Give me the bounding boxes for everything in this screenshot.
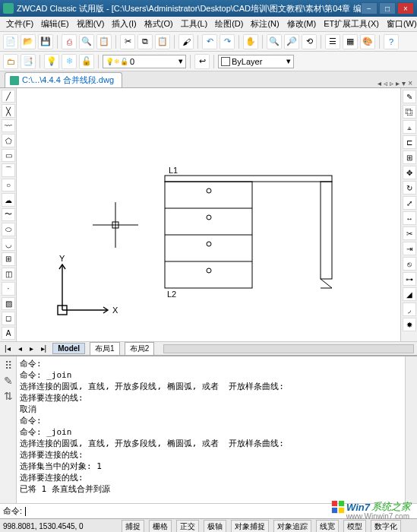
chamfer-button[interactable]: ◢: [403, 287, 416, 301]
hatch-button[interactable]: ▨: [2, 297, 15, 310]
layer-lock-icon[interactable]: 🔓: [79, 54, 94, 69]
layout-nav-last[interactable]: ▸|: [39, 344, 49, 353]
break-button[interactable]: ⎋: [403, 257, 416, 271]
tab-menu-button[interactable]: ▾: [402, 79, 406, 87]
menu-file[interactable]: 文件(F): [3, 17, 36, 31]
polygon-button[interactable]: ⬠: [2, 134, 15, 147]
circle-button[interactable]: ○: [2, 179, 15, 192]
tab-nav-last[interactable]: ▸: [396, 79, 400, 87]
dcenter-button[interactable]: ▦: [343, 34, 358, 49]
layout-nav-next[interactable]: ▸: [28, 344, 35, 353]
preview-button[interactable]: 🔍: [79, 34, 94, 49]
cmd-grip-icon[interactable]: ⠿: [5, 359, 12, 372]
region-button[interactable]: ◻: [2, 312, 15, 325]
tab-nav-next[interactable]: ▹: [390, 79, 393, 87]
status-osnap[interactable]: 对象捕捉: [231, 520, 269, 533]
status-snap[interactable]: 捕捉: [122, 520, 144, 533]
match-button[interactable]: 🖌: [178, 34, 194, 49]
redo-button[interactable]: ↷: [220, 34, 235, 49]
tab-model[interactable]: Model: [52, 343, 85, 354]
command-history-text[interactable]: 命令: 命令: _join 选择连接的圆弧, 直线, 开放多段线, 椭圆弧, 或…: [17, 356, 405, 503]
props-button[interactable]: ☰: [325, 34, 340, 49]
scale-button[interactable]: ⤢: [403, 196, 416, 210]
revcloud-button[interactable]: ☁: [2, 193, 15, 206]
move-button[interactable]: ✥: [403, 166, 416, 179]
layout-nav-first[interactable]: |◂: [3, 344, 12, 353]
cmd-pin-icon[interactable]: ✎: [4, 375, 13, 387]
layer-mgr-button[interactable]: 🗀: [3, 54, 18, 69]
layer-combo[interactable]: 💡❄🔓 0 ▾: [103, 55, 186, 68]
xline-button[interactable]: ╳: [2, 104, 15, 117]
tab-layout1[interactable]: 布局1: [90, 342, 120, 356]
save-button[interactable]: 💾: [38, 34, 53, 49]
copy-obj-button[interactable]: ⿻: [403, 105, 416, 119]
mirror-button[interactable]: ⟁: [403, 120, 416, 134]
drawing-canvas[interactable]: L1 L2 X Y: [17, 88, 400, 341]
menu-draw[interactable]: 绘图(D): [212, 17, 246, 31]
color-combo[interactable]: ByLayer ▾: [218, 55, 294, 68]
status-otrack[interactable]: 对象追踪: [273, 520, 311, 533]
line-button[interactable]: ╱: [2, 90, 15, 103]
status-grid[interactable]: 栅格: [149, 520, 172, 533]
menu-tools[interactable]: 工具(L): [178, 17, 210, 31]
explode-button[interactable]: ✸: [403, 318, 416, 331]
rotate-button[interactable]: ↻: [403, 181, 416, 195]
arc-button[interactable]: ⌒: [2, 163, 15, 176]
menu-window[interactable]: 窗口(W): [384, 17, 417, 31]
undo-button[interactable]: ↶: [202, 34, 217, 49]
erase-button[interactable]: ✎: [403, 90, 416, 103]
ellipse-button[interactable]: ⬭: [2, 223, 15, 236]
file-tab[interactable]: C:\...\4.4.4 合并线段.dwg: [5, 72, 122, 87]
tab-nav-prev[interactable]: ◃: [384, 79, 387, 87]
rect-button[interactable]: ▭: [2, 149, 15, 162]
tab-close-button[interactable]: ×: [408, 79, 412, 87]
layer-on-icon[interactable]: 💡: [44, 54, 59, 69]
menu-dim[interactable]: 标注(N): [248, 17, 282, 31]
menu-edit[interactable]: 编辑(E): [38, 17, 72, 31]
command-scrollbar[interactable]: [405, 356, 417, 503]
stretch-button[interactable]: ↔: [403, 211, 416, 225]
status-tablet[interactable]: 数字化: [371, 520, 401, 533]
fillet-button[interactable]: ◞: [403, 302, 416, 316]
layer-state-button[interactable]: 📑: [21, 54, 36, 69]
text-button[interactable]: A: [2, 327, 15, 340]
point-button[interactable]: ·: [2, 282, 15, 295]
new-button[interactable]: 📄: [3, 34, 18, 49]
pan-button[interactable]: ✋: [243, 34, 258, 49]
minimize-button[interactable]: −: [361, 2, 378, 14]
layout-nav-prev[interactable]: ◂: [17, 344, 24, 353]
status-ortho[interactable]: 正交: [176, 520, 199, 533]
layer-prev-button[interactable]: ↩: [194, 54, 210, 69]
zoom-rt-button[interactable]: 🔍: [267, 34, 282, 49]
close-button[interactable]: ×: [397, 2, 414, 14]
menu-modify[interactable]: 修改(M): [284, 17, 320, 31]
status-model[interactable]: 模型: [343, 520, 366, 533]
extend-button[interactable]: ⇥: [403, 242, 416, 255]
trim-button[interactable]: ✂: [403, 226, 416, 240]
insert-button[interactable]: ⊞: [2, 252, 15, 265]
zoom-prev-button[interactable]: ⟲: [302, 34, 317, 49]
cmd-arrow-icon[interactable]: ⇅: [4, 390, 13, 402]
open-button[interactable]: 📂: [21, 34, 36, 49]
offset-button[interactable]: ⊏: [403, 135, 416, 149]
maximize-button[interactable]: □: [379, 2, 396, 14]
spline-button[interactable]: 〜: [2, 208, 15, 221]
paste-button[interactable]: 📋: [155, 34, 170, 49]
plot-button[interactable]: ⎙: [62, 34, 77, 49]
cut-button[interactable]: ✂: [120, 34, 135, 49]
zoom-win-button[interactable]: 🔎: [284, 34, 299, 49]
palette-button[interactable]: 🎨: [360, 34, 375, 49]
menu-et[interactable]: ET扩展工具(X): [321, 17, 382, 31]
array-button[interactable]: ⊞: [403, 150, 416, 164]
menu-format[interactable]: 格式(O): [141, 17, 176, 31]
join-button[interactable]: ⊶: [403, 272, 416, 286]
h-scrollbar[interactable]: [163, 344, 414, 353]
block-button[interactable]: ◫: [2, 268, 15, 280]
pline-button[interactable]: 〰: [2, 119, 15, 132]
menu-view[interactable]: 视图(V): [74, 17, 108, 31]
command-input-line[interactable]: 命令:: [0, 503, 417, 518]
publish-button[interactable]: 📋: [96, 34, 112, 49]
ellipsearc-button[interactable]: ◡: [2, 238, 15, 251]
layer-freeze-icon[interactable]: ❄: [62, 54, 77, 69]
help-button[interactable]: ?: [384, 34, 399, 49]
